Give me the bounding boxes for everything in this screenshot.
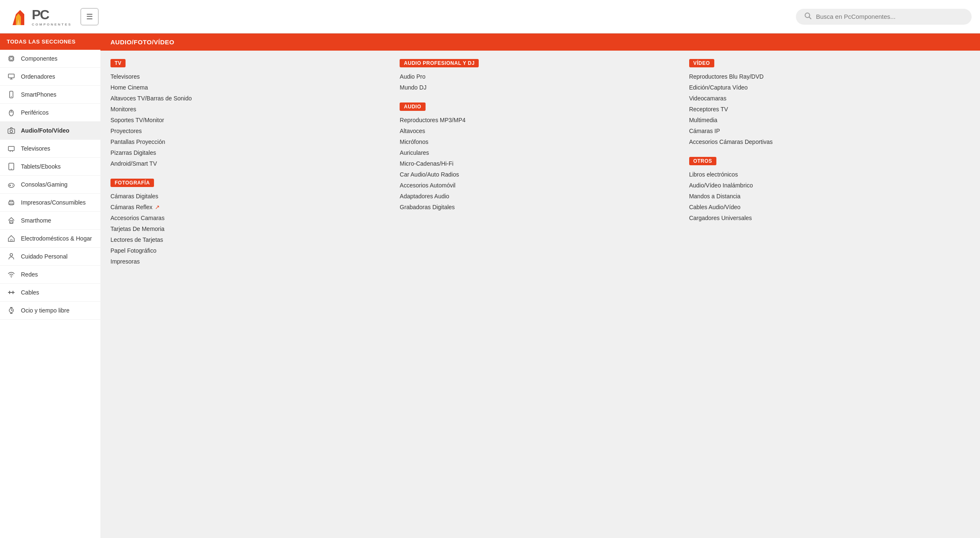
sidebar-item-label: Componentes	[21, 55, 57, 62]
nav-link[interactable]: Lectores de Tarjetas	[110, 236, 383, 243]
list-item: Lectores de Tarjetas	[110, 236, 383, 243]
sidebar-item-componentes[interactable]: Componentes	[0, 50, 100, 68]
nav-container: TODAS LAS SECCIONES Componentes Ordenado…	[0, 33, 980, 538]
nav-link[interactable]: Altavoces	[400, 128, 672, 134]
sidebar-item-audio-foto-video[interactable]: Audio/Foto/Vídeo	[0, 122, 100, 140]
nav-link[interactable]: Cargadores Universales	[689, 215, 962, 221]
nav-link[interactable]: Micrófonos	[400, 138, 672, 145]
main-section-header: AUDIO/FOTO/VÍDEO	[100, 33, 980, 51]
nav-link[interactable]: Cámaras Digitales	[110, 193, 383, 200]
sidebar-item-ordenadores[interactable]: Ordenadores	[0, 68, 100, 86]
search-input[interactable]	[816, 13, 963, 20]
nav-link[interactable]: Car Audio/Auto Radios	[400, 171, 672, 178]
nav-link[interactable]: Pizarras Digitales	[110, 149, 383, 156]
section-links-tv: TelevisoresHome CinemaAltavoces TV/Barra…	[110, 73, 383, 167]
nav-link[interactable]: Cámaras Reflex↗	[110, 204, 383, 210]
nav-link[interactable]: Micro-Cadenas/Hi-Fi	[400, 160, 672, 167]
sidebar-item-ocio[interactable]: Ocio y tiempo libre	[0, 302, 100, 320]
list-item: Mundo DJ	[400, 84, 672, 91]
nav-link[interactable]: Papel Fotográfico	[110, 247, 383, 254]
menu-button[interactable]: ☰	[80, 8, 99, 26]
sidebar-item-perifericos[interactable]: Periféricos	[0, 104, 100, 122]
home-icon	[7, 216, 16, 225]
list-item: Altavoces TV/Barras de Sonido	[110, 95, 383, 102]
list-item: Cámaras Reflex↗	[110, 204, 383, 210]
sidebar-item-electrodomesticos[interactable]: Electrodomésticos & Hogar	[0, 230, 100, 248]
nav-link[interactable]: Soportes TV/Monitor	[110, 117, 383, 123]
section-links-fotografía: Cámaras DigitalesCámaras Reflex↗Accesori…	[110, 193, 383, 265]
sidebar-item-smartphones[interactable]: SmartPhones	[0, 86, 100, 104]
nav-link[interactable]: Tarjetas De Memoria	[110, 225, 383, 232]
header: PC COMPONENTES ☰	[0, 0, 980, 33]
nav-link[interactable]: Proyectores	[110, 128, 383, 134]
section-tag-audio-profesional-y-dj: AUDIO PROFESIONAL Y DJ	[400, 59, 479, 67]
sidebar-item-label: Cuidado Personal	[21, 253, 67, 260]
nav-link[interactable]: Mundo DJ	[400, 84, 672, 91]
nav-link[interactable]: Impresoras	[110, 258, 383, 265]
list-item: Monitores	[110, 106, 383, 113]
sidebar-item-cables[interactable]: Cables	[0, 284, 100, 302]
sidebar-item-label: SmartPhones	[21, 91, 56, 98]
sidebar-items-list: Componentes Ordenadores SmartPhones Peri…	[0, 50, 100, 320]
sidebar-item-televisores[interactable]: Televisores	[0, 140, 100, 158]
sidebar-item-label: Cables	[21, 289, 39, 296]
sidebar-item-consolas[interactable]: Consolas/Gaming	[0, 176, 100, 194]
column-2: VÍDEOReproductores Blu Ray/DVDEdición/Ca…	[681, 59, 970, 277]
nav-link[interactable]: Televisores	[110, 73, 383, 80]
section-tag-audio: AUDIO	[400, 102, 425, 111]
nav-link[interactable]: Adaptadores Audio	[400, 193, 672, 200]
logo-area: PC COMPONENTES	[8, 7, 72, 27]
camera-icon	[7, 126, 16, 135]
nav-link[interactable]: Accesorios Cámaras Deportivas	[689, 138, 962, 145]
sidebar-item-cuidado[interactable]: Cuidado Personal	[0, 248, 100, 266]
nav-link[interactable]: Receptores TV	[689, 106, 962, 113]
nav-link[interactable]: Libros electrónicos	[689, 171, 962, 178]
nav-link[interactable]: Edición/Captura Vídeo	[689, 84, 962, 91]
nav-link[interactable]: Android/Smart TV	[110, 160, 383, 167]
main-content: AUDIO/FOTO/VÍDEO TVTelevisoresHome Cinem…	[100, 33, 980, 538]
nav-link[interactable]: Auriculares	[400, 149, 672, 156]
list-item: Mandos a Distancia	[689, 193, 962, 200]
nav-link[interactable]: Monitores	[110, 106, 383, 113]
sidebar-item-label: Ocio y tiempo libre	[21, 307, 69, 314]
list-item: Soportes TV/Monitor	[110, 117, 383, 123]
sidebar-item-redes[interactable]: Redes	[0, 266, 100, 284]
svg-point-45	[11, 277, 12, 278]
list-item: Tarjetas De Memoria	[110, 225, 383, 232]
sidebar: TODAS LAS SECCIONES Componentes Ordenado…	[0, 33, 100, 538]
trending-icon: ↗	[155, 204, 160, 210]
sidebar-item-impresoras[interactable]: Impresoras/Consumibles	[0, 194, 100, 212]
nav-link[interactable]: Multimedia	[689, 117, 962, 123]
cpu-icon	[7, 54, 16, 63]
nav-link[interactable]: Cámaras IP	[689, 128, 962, 134]
nav-link[interactable]: Cables Audio/Vídeo	[689, 204, 962, 210]
list-item: Car Audio/Auto Radios	[400, 171, 672, 178]
nav-link[interactable]: Reproductores MP3/MP4	[400, 117, 672, 123]
section-links-audio: Reproductores MP3/MP4AltavocesMicrófonos…	[400, 117, 672, 210]
nav-link[interactable]: Accesorios Automóvil	[400, 182, 672, 189]
column-0: TVTelevisoresHome CinemaAltavoces TV/Bar…	[110, 59, 391, 277]
list-item: Reproductores Blu Ray/DVD	[689, 73, 962, 80]
nav-link[interactable]: Audio Pro	[400, 73, 672, 80]
nav-link[interactable]: Reproductores Blu Ray/DVD	[689, 73, 962, 80]
nav-link[interactable]: Grabadoras Digitales	[400, 204, 672, 210]
logo-text-area: PC COMPONENTES	[32, 7, 72, 26]
sidebar-item-tablets[interactable]: Tablets/Ebooks	[0, 158, 100, 176]
list-item: Accesorios Camaras	[110, 215, 383, 221]
nav-link[interactable]: Mandos a Distancia	[689, 193, 962, 200]
search-icon	[804, 12, 812, 21]
list-item: Android/Smart TV	[110, 160, 383, 167]
person-icon	[7, 252, 16, 261]
sidebar-item-label: Electrodomésticos & Hogar	[21, 235, 92, 242]
sidebar-item-label: Consolas/Gaming	[21, 181, 67, 188]
list-item: Auriculares	[400, 149, 672, 156]
nav-link[interactable]: Altavoces TV/Barras de Sonido	[110, 95, 383, 102]
logo-flame-icon	[8, 7, 28, 27]
nav-link[interactable]: Home Cinema	[110, 84, 383, 91]
nav-link[interactable]: Videocamaras	[689, 95, 962, 102]
wifi-icon	[7, 270, 16, 279]
nav-link[interactable]: Audio/Vídeo Inalámbrico	[689, 182, 962, 189]
nav-link[interactable]: Accesorios Camaras	[110, 215, 383, 221]
nav-link[interactable]: Pantallas Proyección	[110, 138, 383, 145]
sidebar-item-smarthome[interactable]: Smarthome	[0, 212, 100, 230]
